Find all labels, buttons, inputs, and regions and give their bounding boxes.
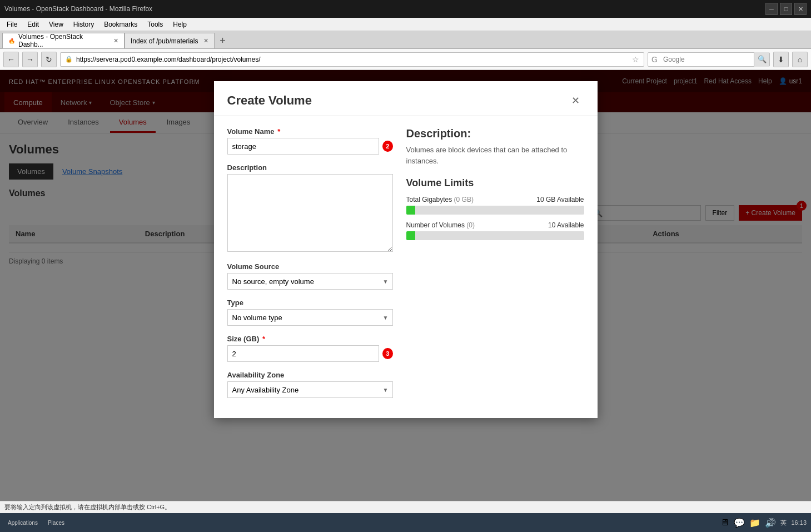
title-bar-title: Volumes - OpenStack Dashboard - Mozilla … bbox=[4, 5, 152, 13]
taskbar-places-label: Places bbox=[44, 519, 68, 527]
tab-index[interactable]: Index of /pub/materials ✕ bbox=[125, 33, 215, 48]
volume-source-select[interactable]: No source, empty volume bbox=[227, 273, 393, 290]
menu-view[interactable]: View bbox=[44, 19, 68, 29]
size-input[interactable] bbox=[227, 345, 380, 362]
availability-zone-select[interactable]: Any Availability Zone bbox=[227, 381, 393, 398]
new-tab-btn[interactable]: + bbox=[215, 33, 230, 48]
lock-icon: 🔒 bbox=[65, 56, 73, 63]
total-gb-available: 10 GB Available bbox=[536, 196, 584, 203]
volume-name-group: Volume Name * 2 bbox=[227, 127, 393, 155]
menu-file[interactable]: File bbox=[2, 19, 22, 29]
num-volumes-bar-bg bbox=[406, 231, 584, 240]
close-btn[interactable]: ✕ bbox=[794, 3, 807, 15]
app-body: RED HAT™ ENTERPRISE LINUX OPENSTACK PLAT… bbox=[0, 70, 811, 501]
menu-tools[interactable]: Tools bbox=[143, 19, 167, 29]
search-submit-btn[interactable]: 🔍 bbox=[754, 52, 769, 67]
taskbar-time: 16:13 bbox=[791, 519, 807, 526]
menubar: File Edit View History Bookmarks Tools H… bbox=[0, 18, 811, 31]
taskbar-icon-1[interactable]: 🖥 bbox=[720, 518, 729, 528]
tab-close-index[interactable]: ✕ bbox=[203, 37, 208, 44]
availability-zone-group: Availability Zone Any Availability Zone bbox=[227, 371, 393, 398]
taskbar-language: 英 bbox=[780, 519, 787, 527]
total-gb-bar-bg bbox=[406, 206, 584, 215]
volume-name-input[interactable] bbox=[227, 138, 380, 155]
minimize-btn[interactable]: ─ bbox=[765, 3, 778, 15]
address-bar: ← → ↻ 🔒 https://servera.pod0.example.com… bbox=[0, 49, 811, 70]
type-select-wrapper: No volume type bbox=[227, 309, 393, 326]
size-required: * bbox=[262, 335, 265, 343]
total-gb-label-row: Total Gigabytes (0 GB) 10 GB Available bbox=[406, 196, 584, 203]
volume-name-required: * bbox=[277, 127, 280, 136]
volume-source-select-wrapper: No source, empty volume bbox=[227, 273, 393, 290]
total-gb-limit: Total Gigabytes (0 GB) 10 GB Available bbox=[406, 196, 584, 215]
type-label: Type bbox=[227, 299, 393, 307]
taskbar-icon-4[interactable]: 🔊 bbox=[765, 518, 776, 528]
taskbar-app-label: Applications bbox=[4, 519, 41, 527]
maximize-btn[interactable]: □ bbox=[780, 3, 792, 15]
taskbar: Applications Places 🖥 💬 📁 🔊 英 16:13 bbox=[0, 513, 811, 532]
desc-text: Volumes are block devices that can be at… bbox=[406, 145, 584, 166]
google-icon: G bbox=[648, 55, 661, 64]
taskbar-icon-2[interactable]: 💬 bbox=[734, 518, 745, 528]
volume-name-label: Volume Name * bbox=[227, 127, 393, 136]
availability-zone-label: Availability Zone bbox=[227, 371, 393, 379]
search-input[interactable] bbox=[661, 56, 754, 63]
modal-description-panel: Description: Volumes are block devices t… bbox=[406, 127, 584, 407]
tab-volumes[interactable]: 🔥 Volumes - OpenStack Dashb... ✕ bbox=[2, 33, 125, 48]
description-group: Description bbox=[227, 163, 393, 253]
availability-zone-select-wrapper: Any Availability Zone bbox=[227, 381, 393, 398]
download-btn[interactable]: ⬇ bbox=[773, 52, 789, 67]
window-controls: ─ □ ✕ bbox=[765, 3, 807, 15]
num-volumes-label: Number of Volumes (0) bbox=[406, 221, 475, 229]
status-bar: 要将输入定向到该虚拟机，请在虚拟机内部单击或按 Ctrl+G。 bbox=[0, 501, 811, 513]
num-volumes-bar-fill bbox=[406, 231, 415, 240]
refresh-btn[interactable]: ↻ bbox=[41, 52, 57, 67]
size-group: Size (GB) * 3 bbox=[227, 335, 393, 362]
step-3-badge: 3 bbox=[382, 348, 392, 359]
tab-label-index: Index of /pub/materials bbox=[131, 37, 198, 45]
bookmark-star-icon[interactable]: ☆ bbox=[632, 55, 639, 64]
title-bar: Volumes - OpenStack Dashboard - Mozilla … bbox=[0, 0, 811, 18]
menu-edit[interactable]: Edit bbox=[23, 19, 43, 29]
taskbar-icon-3[interactable]: 📁 bbox=[749, 518, 760, 528]
forward-btn[interactable]: → bbox=[22, 52, 38, 67]
size-label: Size (GB) * bbox=[227, 335, 393, 343]
step-2-badge: 2 bbox=[382, 141, 392, 152]
menu-help[interactable]: Help bbox=[168, 19, 191, 29]
tab-close-volumes[interactable]: ✕ bbox=[113, 37, 118, 44]
total-gb-label: Total Gigabytes (0 GB) bbox=[406, 196, 474, 203]
modal-close-btn[interactable]: ✕ bbox=[567, 92, 584, 109]
total-gb-bar-fill bbox=[406, 206, 415, 215]
create-volume-modal: Create Volume ✕ Volume Name * 2 bbox=[214, 81, 598, 418]
num-volumes-available: 10 Available bbox=[548, 221, 584, 229]
menu-bookmarks[interactable]: Bookmarks bbox=[99, 19, 142, 29]
volume-source-label: Volume Source bbox=[227, 262, 393, 271]
tab-favicon-volumes: 🔥 bbox=[8, 38, 15, 44]
tab-label-volumes: Volumes - OpenStack Dashb... bbox=[18, 33, 108, 48]
home-btn[interactable]: ⌂ bbox=[792, 52, 808, 67]
modal-title: Create Volume bbox=[227, 93, 312, 108]
modal-header: Create Volume ✕ bbox=[214, 81, 598, 116]
back-btn[interactable]: ← bbox=[3, 52, 19, 67]
description-textarea[interactable] bbox=[227, 174, 393, 252]
menu-history[interactable]: History bbox=[69, 19, 98, 29]
address-url: https://servera.pod0.example.com/dashboa… bbox=[76, 56, 629, 63]
status-text: 要将输入定向到该虚拟机，请在虚拟机内部单击或按 Ctrl+G。 bbox=[4, 503, 171, 511]
desc-title: Description: bbox=[406, 127, 584, 140]
modal-body: Volume Name * 2 Description bbox=[214, 116, 598, 418]
modal-form: Volume Name * 2 Description bbox=[227, 127, 393, 407]
num-volumes-label-row: Number of Volumes (0) 10 Available bbox=[406, 221, 584, 229]
type-select[interactable]: No volume type bbox=[227, 309, 393, 326]
tab-bar: 🔥 Volumes - OpenStack Dashb... ✕ Index o… bbox=[0, 31, 811, 49]
num-volumes-limit: Number of Volumes (0) 10 Available bbox=[406, 221, 584, 240]
description-label: Description bbox=[227, 163, 393, 172]
type-group: Type No volume type bbox=[227, 299, 393, 326]
browser-search-bar: G 🔍 bbox=[648, 52, 770, 67]
modal-overlay: Create Volume ✕ Volume Name * 2 bbox=[0, 70, 811, 501]
limits-title: Volume Limits bbox=[406, 177, 584, 189]
address-field[interactable]: 🔒 https://servera.pod0.example.com/dashb… bbox=[60, 52, 644, 67]
volume-source-group: Volume Source No source, empty volume bbox=[227, 262, 393, 290]
taskbar-icons: 🖥 💬 📁 🔊 英 16:13 bbox=[720, 518, 807, 528]
